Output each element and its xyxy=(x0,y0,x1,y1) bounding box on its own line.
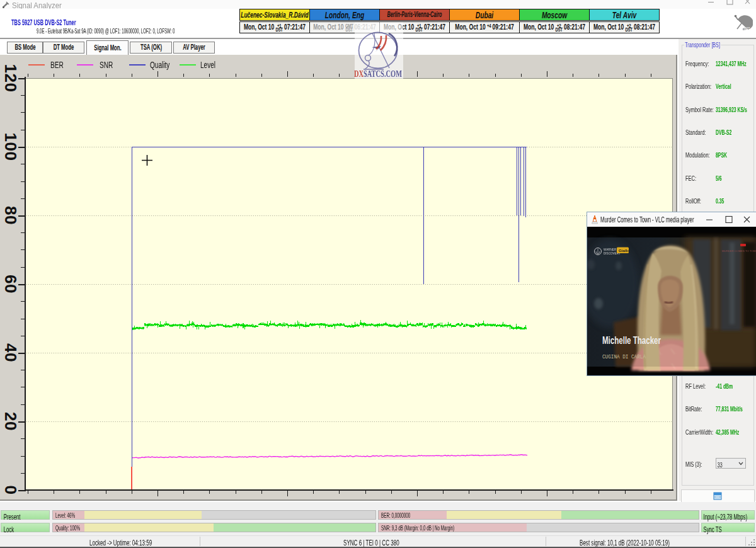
svg-text:Michelle Thacker: Michelle Thacker xyxy=(602,335,661,346)
svg-text:Giallo: Giallo xyxy=(619,248,629,253)
svg-text:MURDER COMES TO TOWN: MURDER COMES TO TOWN xyxy=(722,249,756,253)
svg-text:DXSATCS.COM: DXSATCS.COM xyxy=(354,69,402,79)
svg-text:CUGINA DI CARLA: CUGINA DI CARLA xyxy=(602,354,646,360)
